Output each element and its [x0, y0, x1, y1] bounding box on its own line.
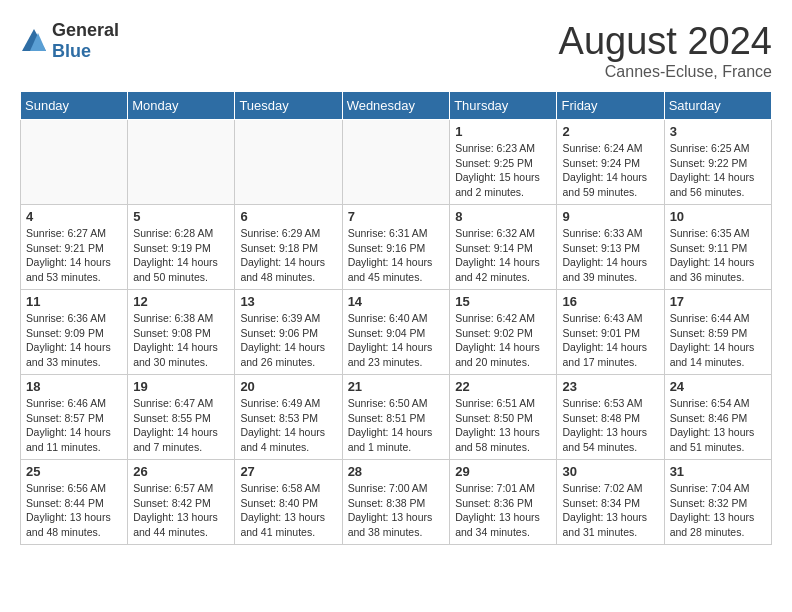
calendar-table: SundayMondayTuesdayWednesdayThursdayFrid… [20, 91, 772, 545]
day-number: 17 [670, 294, 766, 309]
day-number: 9 [562, 209, 658, 224]
day-info: Sunrise: 7:00 AM Sunset: 8:38 PM Dayligh… [348, 481, 445, 540]
day-info: Sunrise: 6:24 AM Sunset: 9:24 PM Dayligh… [562, 141, 658, 200]
day-info: Sunrise: 6:49 AM Sunset: 8:53 PM Dayligh… [240, 396, 336, 455]
calendar-week-row: 1Sunrise: 6:23 AM Sunset: 9:25 PM Daylig… [21, 120, 772, 205]
day-info: Sunrise: 7:02 AM Sunset: 8:34 PM Dayligh… [562, 481, 658, 540]
calendar-week-row: 4Sunrise: 6:27 AM Sunset: 9:21 PM Daylig… [21, 205, 772, 290]
day-number: 12 [133, 294, 229, 309]
day-info: Sunrise: 7:01 AM Sunset: 8:36 PM Dayligh… [455, 481, 551, 540]
day-info: Sunrise: 6:44 AM Sunset: 8:59 PM Dayligh… [670, 311, 766, 370]
day-of-week-header: Sunday [21, 92, 128, 120]
day-number: 7 [348, 209, 445, 224]
calendar-day-cell: 26Sunrise: 6:57 AM Sunset: 8:42 PM Dayli… [128, 460, 235, 545]
day-info: Sunrise: 6:32 AM Sunset: 9:14 PM Dayligh… [455, 226, 551, 285]
day-of-week-header: Tuesday [235, 92, 342, 120]
day-number: 10 [670, 209, 766, 224]
day-number: 5 [133, 209, 229, 224]
day-number: 2 [562, 124, 658, 139]
calendar-day-cell: 28Sunrise: 7:00 AM Sunset: 8:38 PM Dayli… [342, 460, 450, 545]
day-number: 4 [26, 209, 122, 224]
calendar-day-cell: 21Sunrise: 6:50 AM Sunset: 8:51 PM Dayli… [342, 375, 450, 460]
day-info: Sunrise: 6:35 AM Sunset: 9:11 PM Dayligh… [670, 226, 766, 285]
calendar-day-cell: 27Sunrise: 6:58 AM Sunset: 8:40 PM Dayli… [235, 460, 342, 545]
calendar-day-cell: 3Sunrise: 6:25 AM Sunset: 9:22 PM Daylig… [664, 120, 771, 205]
calendar-header-row: SundayMondayTuesdayWednesdayThursdayFrid… [21, 92, 772, 120]
calendar-day-cell: 22Sunrise: 6:51 AM Sunset: 8:50 PM Dayli… [450, 375, 557, 460]
day-of-week-header: Monday [128, 92, 235, 120]
day-info: Sunrise: 6:25 AM Sunset: 9:22 PM Dayligh… [670, 141, 766, 200]
title-block: August 2024 Cannes-Ecluse, France [559, 20, 772, 81]
day-number: 24 [670, 379, 766, 394]
logo-general: General [52, 20, 119, 41]
day-number: 19 [133, 379, 229, 394]
day-number: 29 [455, 464, 551, 479]
calendar-day-cell [128, 120, 235, 205]
calendar-day-cell: 23Sunrise: 6:53 AM Sunset: 8:48 PM Dayli… [557, 375, 664, 460]
calendar-day-cell: 18Sunrise: 6:46 AM Sunset: 8:57 PM Dayli… [21, 375, 128, 460]
calendar-day-cell: 15Sunrise: 6:42 AM Sunset: 9:02 PM Dayli… [450, 290, 557, 375]
day-number: 30 [562, 464, 658, 479]
day-number: 8 [455, 209, 551, 224]
calendar-day-cell: 1Sunrise: 6:23 AM Sunset: 9:25 PM Daylig… [450, 120, 557, 205]
logo-icon [20, 27, 48, 55]
calendar-day-cell: 13Sunrise: 6:39 AM Sunset: 9:06 PM Dayli… [235, 290, 342, 375]
calendar-day-cell: 16Sunrise: 6:43 AM Sunset: 9:01 PM Dayli… [557, 290, 664, 375]
calendar-day-cell [21, 120, 128, 205]
day-info: Sunrise: 6:56 AM Sunset: 8:44 PM Dayligh… [26, 481, 122, 540]
calendar-day-cell: 24Sunrise: 6:54 AM Sunset: 8:46 PM Dayli… [664, 375, 771, 460]
logo: General Blue [20, 20, 119, 62]
day-number: 28 [348, 464, 445, 479]
day-number: 23 [562, 379, 658, 394]
calendar-day-cell: 29Sunrise: 7:01 AM Sunset: 8:36 PM Dayli… [450, 460, 557, 545]
day-info: Sunrise: 6:43 AM Sunset: 9:01 PM Dayligh… [562, 311, 658, 370]
day-number: 22 [455, 379, 551, 394]
day-info: Sunrise: 6:40 AM Sunset: 9:04 PM Dayligh… [348, 311, 445, 370]
calendar-day-cell: 4Sunrise: 6:27 AM Sunset: 9:21 PM Daylig… [21, 205, 128, 290]
day-info: Sunrise: 6:39 AM Sunset: 9:06 PM Dayligh… [240, 311, 336, 370]
calendar-day-cell: 30Sunrise: 7:02 AM Sunset: 8:34 PM Dayli… [557, 460, 664, 545]
day-number: 15 [455, 294, 551, 309]
month-title: August 2024 [559, 20, 772, 63]
calendar-day-cell: 20Sunrise: 6:49 AM Sunset: 8:53 PM Dayli… [235, 375, 342, 460]
day-of-week-header: Saturday [664, 92, 771, 120]
day-number: 16 [562, 294, 658, 309]
day-number: 14 [348, 294, 445, 309]
location: Cannes-Ecluse, France [559, 63, 772, 81]
day-number: 20 [240, 379, 336, 394]
day-number: 13 [240, 294, 336, 309]
day-info: Sunrise: 6:23 AM Sunset: 9:25 PM Dayligh… [455, 141, 551, 200]
day-of-week-header: Wednesday [342, 92, 450, 120]
logo-text: General Blue [52, 20, 119, 62]
calendar-week-row: 11Sunrise: 6:36 AM Sunset: 9:09 PM Dayli… [21, 290, 772, 375]
day-info: Sunrise: 6:47 AM Sunset: 8:55 PM Dayligh… [133, 396, 229, 455]
calendar-day-cell: 11Sunrise: 6:36 AM Sunset: 9:09 PM Dayli… [21, 290, 128, 375]
calendar-day-cell: 31Sunrise: 7:04 AM Sunset: 8:32 PM Dayli… [664, 460, 771, 545]
day-number: 31 [670, 464, 766, 479]
day-info: Sunrise: 6:50 AM Sunset: 8:51 PM Dayligh… [348, 396, 445, 455]
calendar-day-cell: 2Sunrise: 6:24 AM Sunset: 9:24 PM Daylig… [557, 120, 664, 205]
calendar-day-cell [342, 120, 450, 205]
day-info: Sunrise: 6:27 AM Sunset: 9:21 PM Dayligh… [26, 226, 122, 285]
day-info: Sunrise: 6:33 AM Sunset: 9:13 PM Dayligh… [562, 226, 658, 285]
day-number: 6 [240, 209, 336, 224]
day-info: Sunrise: 6:29 AM Sunset: 9:18 PM Dayligh… [240, 226, 336, 285]
calendar-day-cell: 25Sunrise: 6:56 AM Sunset: 8:44 PM Dayli… [21, 460, 128, 545]
day-info: Sunrise: 6:36 AM Sunset: 9:09 PM Dayligh… [26, 311, 122, 370]
page-header: General Blue August 2024 Cannes-Ecluse, … [20, 20, 772, 81]
day-number: 11 [26, 294, 122, 309]
day-number: 26 [133, 464, 229, 479]
day-info: Sunrise: 6:57 AM Sunset: 8:42 PM Dayligh… [133, 481, 229, 540]
calendar-day-cell [235, 120, 342, 205]
calendar-week-row: 18Sunrise: 6:46 AM Sunset: 8:57 PM Dayli… [21, 375, 772, 460]
day-info: Sunrise: 7:04 AM Sunset: 8:32 PM Dayligh… [670, 481, 766, 540]
calendar-day-cell: 8Sunrise: 6:32 AM Sunset: 9:14 PM Daylig… [450, 205, 557, 290]
calendar-day-cell: 6Sunrise: 6:29 AM Sunset: 9:18 PM Daylig… [235, 205, 342, 290]
calendar-day-cell: 14Sunrise: 6:40 AM Sunset: 9:04 PM Dayli… [342, 290, 450, 375]
day-number: 3 [670, 124, 766, 139]
day-of-week-header: Friday [557, 92, 664, 120]
calendar-day-cell: 9Sunrise: 6:33 AM Sunset: 9:13 PM Daylig… [557, 205, 664, 290]
day-info: Sunrise: 6:54 AM Sunset: 8:46 PM Dayligh… [670, 396, 766, 455]
day-info: Sunrise: 6:51 AM Sunset: 8:50 PM Dayligh… [455, 396, 551, 455]
day-number: 27 [240, 464, 336, 479]
